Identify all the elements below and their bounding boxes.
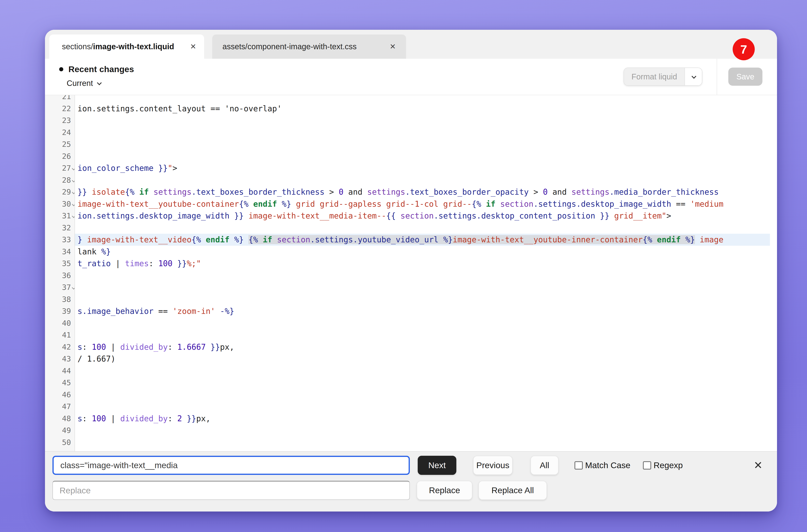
close-icon[interactable]: ✕ (184, 43, 196, 50)
match-case-checkbox[interactable]: Match Case (574, 456, 630, 475)
fold-chevron-icon[interactable] (72, 286, 75, 289)
version-label: Current (67, 79, 93, 88)
code-line[interactable] (75, 436, 777, 449)
code-line[interactable] (75, 174, 777, 186)
tab-path: sections/ (62, 42, 93, 51)
format-liquid-caret[interactable] (684, 68, 702, 85)
replace-button[interactable]: Replace (417, 481, 472, 500)
line-number: 44 (62, 366, 71, 375)
code-line[interactable]: ion_color_scheme }}"> (75, 162, 777, 174)
gutter-row: 49 (45, 424, 75, 436)
code-token: .media_border_thickness (609, 187, 719, 196)
gutter-row: 37 (45, 281, 75, 293)
code-token: endif (201, 235, 234, 244)
code-token: {% (191, 235, 201, 244)
close-find-icon[interactable]: ✕ (750, 456, 766, 475)
code-line[interactable] (75, 138, 777, 150)
gutter: 2122232425262728293031323334353637383940… (45, 95, 75, 451)
tab-component-image-with-text-css[interactable]: assets/component-image-with-text.css ✕ (212, 35, 406, 59)
regexp-label: Regexp (654, 460, 683, 470)
code-line[interactable]: / 1.667) (75, 353, 777, 365)
code-token: t_ratio (77, 259, 111, 268)
gutter-row: 43 (45, 353, 75, 365)
toolbar-divider (717, 59, 717, 95)
fold-chevron-icon[interactable] (72, 179, 75, 182)
code-token: 'zoom-in' (172, 307, 215, 316)
code-line[interactable] (75, 424, 777, 436)
code-line[interactable] (75, 401, 777, 413)
tab-label: sections/image-with-text.liquid (62, 42, 174, 51)
code-line[interactable]: }} isolate{% if settings.text_boxes_bord… (75, 186, 777, 198)
line-number: 30 (62, 200, 71, 208)
next-button[interactable]: Next (418, 456, 456, 475)
code-token: grid__item" (609, 211, 666, 220)
line-number: 47 (62, 402, 71, 411)
previous-button[interactable]: Previous (473, 456, 513, 475)
fold-chevron-icon[interactable] (72, 167, 75, 170)
code-line[interactable] (75, 317, 777, 329)
code-line[interactable]: ion.settings.desktop_image_width }} imag… (75, 210, 777, 222)
checkbox-icon[interactable] (643, 461, 651, 470)
code-line[interactable] (75, 269, 777, 282)
format-liquid-button[interactable]: Format liquid (624, 68, 702, 86)
regexp-checkbox[interactable]: Regexp (643, 456, 683, 475)
code-line[interactable] (75, 281, 777, 293)
find-input[interactable] (53, 456, 410, 475)
selected-text: %} (685, 235, 695, 244)
code-line[interactable] (75, 95, 777, 103)
code-token: }} (172, 259, 187, 268)
line-number: 37 (62, 283, 71, 291)
line-number: 46 (62, 390, 71, 399)
code-token: 2 (177, 414, 182, 423)
code-area[interactable]: ion.settings.content_layout == 'no-overl… (75, 95, 777, 451)
gutter-row: 51 (45, 448, 75, 451)
gutter-row: 36 (45, 269, 75, 282)
code-line[interactable] (75, 114, 777, 127)
replace-all-button[interactable]: Replace All (478, 481, 547, 500)
code-line[interactable] (75, 389, 777, 401)
fold-chevron-icon[interactable] (72, 191, 75, 194)
code-token: } (77, 235, 82, 244)
gutter-row: 22 (45, 103, 75, 115)
unsaved-changes-dot-icon (59, 67, 63, 71)
line-number: 48 (62, 414, 71, 423)
code-line[interactable] (75, 448, 777, 451)
all-button[interactable]: All (531, 456, 558, 475)
code-line[interactable]: image-with-text__youtube-container{% end… (75, 198, 777, 210)
code-line[interactable]: s: 100 | divided_by: 2 }}px, (75, 413, 777, 424)
code-line[interactable]: } image-with-text__video{% endif %} {% i… (75, 234, 770, 246)
find-replace-panel: Next Previous All Match Case Regexp ✕ Re… (45, 451, 777, 512)
code-token: if (134, 187, 153, 196)
fold-chevron-icon[interactable] (72, 203, 75, 206)
code-token: ion.settings.desktop_image_width }} (77, 211, 244, 220)
code-line[interactable]: s: 100 | divided_by: 1.6667 }}px, (75, 341, 777, 353)
code-line[interactable]: t_ratio | times: 100 }}%;" (75, 258, 777, 269)
tab-image-with-text-liquid[interactable]: sections/image-with-text.liquid ✕ (49, 35, 204, 59)
code-line[interactable] (75, 127, 777, 138)
line-number: 34 (62, 247, 71, 256)
line-number: 33 (62, 235, 71, 244)
code-editor[interactable]: 2122232425262728293031323334353637383940… (45, 95, 777, 451)
code-line[interactable]: lank %} (75, 246, 777, 258)
close-icon[interactable]: ✕ (384, 43, 396, 50)
code-token: 0 (339, 187, 344, 196)
fold-chevron-icon[interactable] (72, 214, 75, 218)
code-line[interactable]: s.image_behavior == 'zoom-in' -%} (75, 305, 777, 317)
code-token: 100 (92, 342, 106, 352)
code-line[interactable]: ion.settings.content_layout == 'no-overl… (75, 103, 777, 115)
checkbox-icon[interactable] (574, 461, 583, 470)
save-button[interactable]: Save (728, 68, 763, 86)
selected-text (438, 235, 443, 244)
code-line[interactable] (75, 329, 777, 341)
code-line[interactable] (75, 222, 777, 234)
code-line[interactable] (75, 150, 777, 163)
code-line[interactable] (75, 293, 777, 305)
code-line[interactable] (75, 377, 777, 389)
code-line[interactable] (75, 365, 777, 377)
selected-text: %} (443, 235, 453, 244)
line-number: 24 (62, 128, 71, 137)
replace-input[interactable] (53, 481, 410, 500)
code-token: : (168, 414, 177, 423)
selected-text: endif (652, 235, 685, 244)
version-dropdown[interactable]: Current (67, 78, 134, 89)
